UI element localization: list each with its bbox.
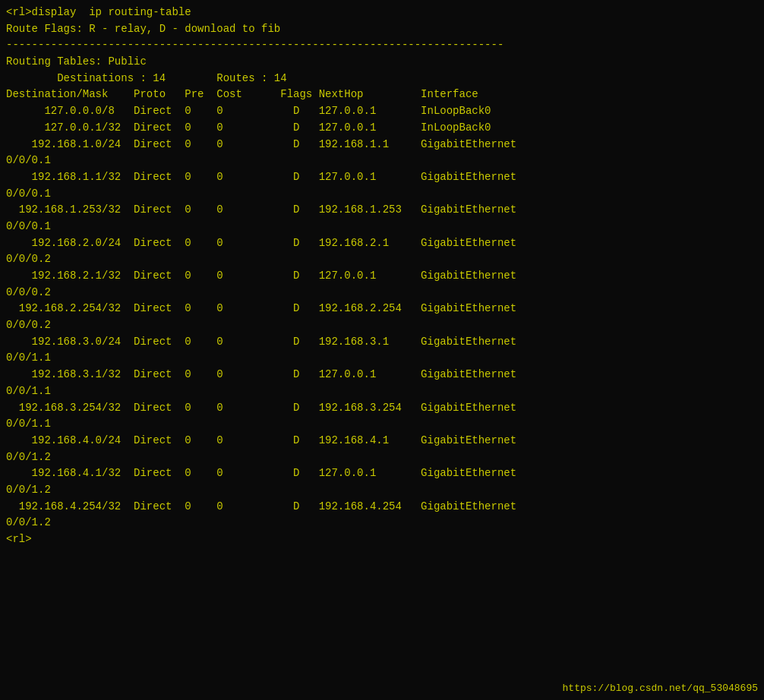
terminal-line: 192.168.4.254/32 Direct 0 0 D 192.168.4.… [6,499,758,516]
terminal-line: <rl>display ip routing-table [6,5,758,21]
terminal-line: 0/0/1.2 [6,482,758,499]
terminal-line: 192.168.1.0/24 Direct 0 0 D 192.168.1.1 … [6,137,758,153]
terminal-line: 192.168.1.253/32 Direct 0 0 D 192.168.1.… [6,202,758,219]
terminal-line: 0/0/1.1 [6,416,758,433]
terminal-line: ----------------------------------------… [6,37,758,54]
terminal-line: 192.168.3.254/32 Direct 0 0 D 192.168.3.… [6,400,758,417]
terminal-line: 192.168.2.0/24 Direct 0 0 D 192.168.2.1 … [6,235,758,252]
terminal-line: 192.168.4.1/32 Direct 0 0 D 127.0.0.1 Gi… [6,465,758,482]
terminal-line: 192.168.3.0/24 Direct 0 0 D 192.168.3.1 … [6,334,758,351]
terminal-line: 0/0/0.1 [6,153,758,169]
terminal-line: 0/0/0.1 [6,219,758,235]
terminal-line: 192.168.4.0/24 Direct 0 0 D 192.168.4.1 … [6,433,758,449]
terminal-line: 127.0.0.0/8 Direct 0 0 D 127.0.0.1 InLoo… [6,103,758,120]
terminal-line: 0/0/1.2 [6,515,758,531]
terminal-line: Routing Tables: Public [6,54,758,71]
terminal-line: <rl> [6,531,758,548]
terminal-line: 0/0/0.2 [6,317,758,334]
terminal-window: <rl>display ip routing-tableRoute Flags:… [0,0,764,700]
terminal-line: 0/0/1.1 [6,383,758,400]
terminal-line: 0/0/1.1 [6,350,758,367]
watermark: https://blog.csdn.net/qq_53048695 [563,683,758,694]
terminal-line: Destinations : 14 Routes : 14 [6,71,758,87]
terminal-line: 0/0/0.2 [6,285,758,301]
terminal-line: Route Flags: R - relay, D - download to … [6,21,758,38]
terminal-line: 192.168.1.1/32 Direct 0 0 D 127.0.0.1 Gi… [6,169,758,186]
terminal-line: 127.0.0.1/32 Direct 0 0 D 127.0.0.1 InLo… [6,120,758,137]
terminal-line: 0/0/1.2 [6,449,758,466]
terminal-line: 192.168.3.1/32 Direct 0 0 D 127.0.0.1 Gi… [6,367,758,383]
terminal-line: Destination/Mask Proto Pre Cost Flags Ne… [6,87,758,103]
terminal-line: 0/0/0.2 [6,251,758,268]
terminal-output: <rl>display ip routing-tableRoute Flags:… [6,5,758,548]
terminal-line: 0/0/0.1 [6,186,758,203]
terminal-line: 192.168.2.254/32 Direct 0 0 D 192.168.2.… [6,301,758,317]
terminal-line: 192.168.2.1/32 Direct 0 0 D 127.0.0.1 Gi… [6,268,758,285]
